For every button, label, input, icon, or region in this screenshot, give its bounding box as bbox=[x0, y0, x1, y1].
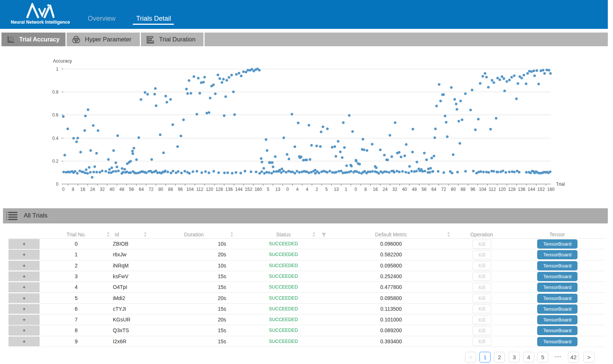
svg-text:5: 5 bbox=[267, 187, 269, 192]
svg-text:72: 72 bbox=[441, 187, 446, 192]
svg-text:96: 96 bbox=[470, 187, 475, 192]
svg-text:128: 128 bbox=[216, 187, 223, 192]
svg-text:104: 104 bbox=[186, 187, 194, 192]
svg-text:4: 4 bbox=[306, 187, 309, 192]
svg-text:144: 144 bbox=[528, 187, 535, 192]
svg-text:136: 136 bbox=[225, 187, 233, 192]
svg-text:0: 0 bbox=[56, 182, 58, 187]
svg-text:8: 8 bbox=[72, 187, 74, 192]
svg-text:80: 80 bbox=[158, 187, 164, 192]
svg-text:8: 8 bbox=[364, 187, 367, 192]
svg-text:1: 1 bbox=[56, 67, 58, 72]
svg-text:152: 152 bbox=[245, 187, 252, 192]
svg-text:48: 48 bbox=[412, 187, 417, 192]
svg-text:1: 1 bbox=[345, 187, 347, 192]
svg-text:2: 2 bbox=[316, 187, 318, 192]
svg-text:24: 24 bbox=[383, 187, 388, 192]
svg-text:80: 80 bbox=[451, 187, 456, 192]
svg-text:160: 160 bbox=[547, 187, 555, 192]
svg-text:32: 32 bbox=[100, 187, 105, 192]
svg-text:88: 88 bbox=[461, 187, 466, 192]
svg-text:Trial: Trial bbox=[556, 182, 565, 187]
svg-text:64: 64 bbox=[139, 187, 144, 192]
svg-text:128: 128 bbox=[508, 187, 516, 192]
svg-text:40: 40 bbox=[110, 187, 115, 192]
svg-text:16: 16 bbox=[373, 187, 378, 192]
svg-text:112: 112 bbox=[196, 187, 203, 192]
svg-text:0.2: 0.2 bbox=[52, 159, 58, 164]
svg-text:112: 112 bbox=[489, 187, 496, 192]
svg-text:4: 4 bbox=[296, 187, 299, 192]
svg-text:64: 64 bbox=[431, 187, 437, 192]
svg-text:48: 48 bbox=[119, 187, 125, 192]
svg-text:0.8: 0.8 bbox=[52, 90, 58, 95]
svg-text:5: 5 bbox=[325, 187, 328, 192]
svg-text:16: 16 bbox=[80, 187, 85, 192]
svg-text:160: 160 bbox=[255, 187, 262, 192]
svg-text:88: 88 bbox=[168, 187, 173, 192]
svg-text:24: 24 bbox=[90, 187, 95, 192]
svg-text:56: 56 bbox=[129, 187, 134, 192]
svg-text:0: 0 bbox=[62, 187, 65, 192]
svg-text:0.6: 0.6 bbox=[52, 112, 58, 118]
svg-text:13: 13 bbox=[334, 187, 339, 192]
svg-text:120: 120 bbox=[206, 187, 213, 192]
svg-text:96: 96 bbox=[178, 187, 183, 192]
svg-text:13: 13 bbox=[275, 187, 280, 192]
svg-text:72: 72 bbox=[149, 187, 154, 192]
svg-text:104: 104 bbox=[479, 187, 486, 192]
svg-text:32: 32 bbox=[393, 187, 398, 192]
svg-text:0.4: 0.4 bbox=[52, 136, 58, 141]
svg-text:136: 136 bbox=[518, 187, 525, 192]
svg-text:0: 0 bbox=[286, 187, 289, 192]
svg-text:144: 144 bbox=[235, 187, 242, 192]
svg-text:152: 152 bbox=[538, 187, 545, 192]
svg-text:40: 40 bbox=[402, 187, 407, 192]
svg-text:0: 0 bbox=[354, 187, 357, 192]
svg-text:Accuracy: Accuracy bbox=[53, 58, 72, 64]
svg-text:120: 120 bbox=[498, 187, 506, 192]
svg-text:56: 56 bbox=[422, 187, 427, 192]
